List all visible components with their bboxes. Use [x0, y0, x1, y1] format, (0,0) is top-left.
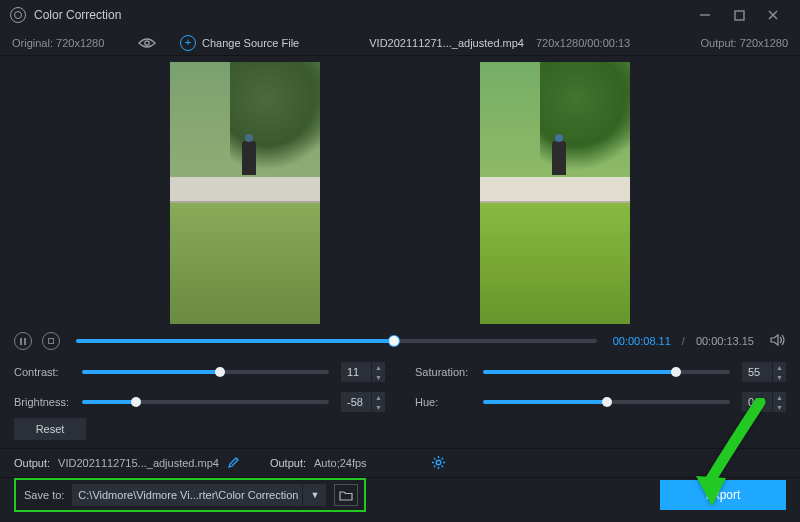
- stepper-up-icon[interactable]: ▲: [372, 362, 385, 372]
- time-current: 00:00:08.11: [613, 335, 671, 347]
- output-label-block: Output: 720x1280: [701, 37, 788, 49]
- hue-slider[interactable]: [483, 400, 730, 404]
- contrast-label: Contrast:: [14, 366, 78, 378]
- contrast-value[interactable]: 11▲▼: [341, 362, 385, 382]
- header-bar: Original: 720x1280 + Change Source File …: [0, 30, 800, 56]
- svg-point-5: [436, 460, 440, 464]
- saturation-slider[interactable]: [483, 370, 730, 374]
- output-label: Output:: [701, 37, 737, 49]
- stepper-down-icon[interactable]: ▼: [372, 402, 385, 412]
- stepper-down-icon[interactable]: ▼: [372, 372, 385, 382]
- brightness-label: Brightness:: [14, 396, 78, 408]
- output-format: Auto;24fps: [314, 457, 367, 469]
- original-label: Original:: [12, 37, 53, 49]
- original-label-block: Original: 720x1280: [12, 37, 132, 49]
- stepper-up-icon[interactable]: ▲: [372, 392, 385, 402]
- hue-value[interactable]: 0▲▼: [742, 392, 786, 412]
- source-filename: VID202111271..._adjusted.mp4: [369, 37, 524, 49]
- time-separator: /: [682, 335, 685, 347]
- maximize-button[interactable]: [722, 0, 756, 30]
- window-title: Color Correction: [34, 8, 121, 22]
- contrast-slider[interactable]: [82, 370, 329, 374]
- preview-toggle-icon[interactable]: [132, 37, 162, 49]
- stepper-down-icon[interactable]: ▼: [773, 402, 786, 412]
- contrast-control: Contrast: 11▲▼: [14, 362, 385, 382]
- save-path-dropdown[interactable]: ▼: [302, 484, 326, 506]
- save-to-highlight: Save to: C:\Vidmore\Vidmore Vi...rter\Co…: [14, 478, 366, 512]
- output-dims: 720x1280: [740, 37, 788, 49]
- stepper-up-icon[interactable]: ▲: [773, 362, 786, 372]
- close-button[interactable]: [756, 0, 790, 30]
- change-source-button[interactable]: + Change Source File: [180, 35, 299, 51]
- change-source-label: Change Source File: [202, 37, 299, 49]
- hue-label: Hue:: [415, 396, 479, 408]
- saturation-control: Saturation: 55▲▼: [415, 362, 786, 382]
- time-total: 00:00:13.15: [696, 335, 754, 347]
- save-to-label: Save to:: [24, 489, 64, 501]
- brightness-slider[interactable]: [82, 400, 329, 404]
- pause-button[interactable]: [14, 332, 32, 350]
- saturation-label: Saturation:: [415, 366, 479, 378]
- export-button[interactable]: Export: [660, 480, 786, 510]
- output-filename: VID2021112715..._adjusted.mp4: [58, 457, 219, 469]
- timeline-slider[interactable]: [76, 339, 597, 343]
- output-format-label: Output:: [270, 457, 306, 469]
- plus-icon: +: [180, 35, 196, 51]
- titlebar: Color Correction: [0, 0, 800, 30]
- edit-filename-icon[interactable]: [227, 456, 240, 471]
- playback-bar: 00:00:08.11 / 00:00:13.15: [0, 326, 800, 356]
- brightness-control: Brightness: -58▲▼: [14, 392, 385, 412]
- original-preview: [170, 62, 320, 324]
- output-file-label: Output:: [14, 457, 50, 469]
- original-dims: 720x1280: [56, 37, 104, 49]
- save-path-field[interactable]: C:\Vidmore\Vidmore Vi...rter\Color Corre…: [72, 484, 302, 506]
- app-icon: [10, 7, 26, 23]
- volume-icon[interactable]: [770, 333, 786, 349]
- reset-button[interactable]: Reset: [14, 418, 86, 440]
- source-dims-duration: 720x1280/00:00:13: [536, 37, 630, 49]
- stop-button[interactable]: [42, 332, 60, 350]
- minimize-button[interactable]: [688, 0, 722, 30]
- saturation-value[interactable]: 55▲▼: [742, 362, 786, 382]
- controls-grid: Contrast: 11▲▼ Saturation: 55▲▼ Brightne…: [0, 356, 800, 414]
- stepper-down-icon[interactable]: ▼: [773, 372, 786, 382]
- svg-point-4: [145, 40, 149, 44]
- brightness-value[interactable]: -58▲▼: [341, 392, 385, 412]
- output-preview: [480, 62, 630, 324]
- reset-row: Reset: [0, 414, 800, 448]
- settings-icon[interactable]: [431, 455, 446, 472]
- save-row: Save to: C:\Vidmore\Vidmore Vi...rter\Co…: [0, 478, 800, 512]
- preview-area: [0, 56, 800, 326]
- svg-rect-1: [735, 11, 744, 20]
- output-info-row: Output: VID2021112715..._adjusted.mp4 Ou…: [0, 449, 800, 477]
- hue-control: Hue: 0▲▼: [415, 392, 786, 412]
- browse-folder-button[interactable]: [334, 484, 358, 506]
- stepper-up-icon[interactable]: ▲: [773, 392, 786, 402]
